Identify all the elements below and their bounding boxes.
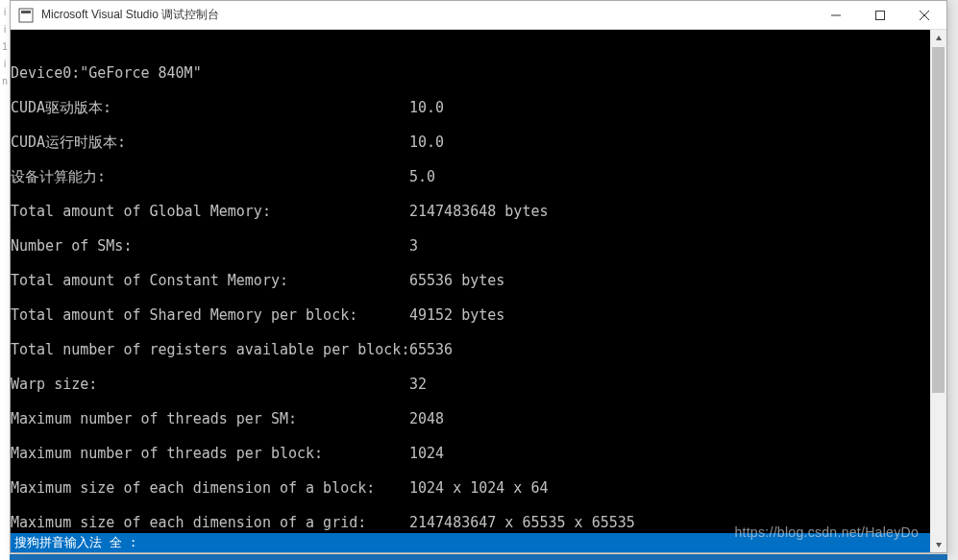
output-label: Total amount of Constant Memory:: [11, 272, 409, 289]
output-row: CUDA运行时版本:10.0: [11, 134, 930, 151]
scroll-down-button[interactable]: [930, 536, 946, 552]
watermark: https://blog.csdn.net/HaleyDo: [734, 523, 919, 541]
output-label: Warp size:: [11, 376, 409, 393]
output-label: Maximum size of each dimension of a bloc…: [11, 479, 409, 497]
close-button[interactable]: [902, 1, 946, 30]
output-row: Total amount of Constant Memory:65536 by…: [11, 272, 930, 289]
output-label: CUDA驱动版本:: [11, 99, 409, 116]
output-row: Total amount of Global Memory:2147483648…: [11, 203, 930, 220]
output-value: 49152 bytes: [409, 306, 504, 324]
output-value: 32: [409, 376, 427, 393]
console-output[interactable]: Device0:"GeForce 840M" CUDA驱动版本:10.0 CUD…: [11, 30, 930, 552]
svg-rect-1: [21, 11, 31, 13]
scroll-thumb[interactable]: [932, 47, 945, 393]
output-row: Maximum number of threads per SM:2048: [11, 410, 930, 427]
output-label: Total number of registers available per …: [11, 341, 409, 358]
output-value: 10.0: [409, 134, 444, 151]
output-row: Warp size:32: [11, 376, 930, 393]
window-title: Microsoft Visual Studio 调试控制台: [41, 7, 814, 23]
output-value: 5.0: [409, 168, 435, 185]
output-row: Maximum number of threads per block:1024: [11, 445, 930, 462]
output-value: 2147483648 bytes: [409, 203, 549, 220]
output-label: Maximum number of threads per SM:: [11, 410, 409, 427]
output-label: Total amount of Global Memory:: [11, 203, 409, 220]
console-window: Microsoft Visual Studio 调试控制台 Device0:"G…: [10, 0, 947, 553]
minimize-button[interactable]: [814, 1, 858, 30]
output-label: Number of SMs:: [11, 237, 409, 255]
output-value: 65536: [409, 341, 453, 358]
console-body: Device0:"GeForce 840M" CUDA驱动版本:10.0 CUD…: [11, 30, 946, 552]
scroll-up-button[interactable]: [930, 30, 946, 46]
output-value: 1024 x 1024 x 64: [409, 479, 549, 497]
output-value: 1024: [409, 445, 444, 462]
output-label: Maximum number of threads per block:: [11, 445, 409, 462]
svg-rect-3: [876, 11, 885, 19]
output-value: 2147483647 x 65535 x 65535: [409, 514, 635, 531]
maximize-button[interactable]: [858, 1, 902, 30]
output-row: Maximum size of each dimension of a bloc…: [11, 479, 930, 497]
window-controls: [814, 1, 946, 30]
output-row: Number of SMs:3: [11, 237, 930, 255]
vs-statusbar-strip: [10, 554, 947, 560]
output-value: 2048: [409, 410, 444, 427]
output-label: 设备计算能力:: [11, 168, 409, 185]
titlebar[interactable]: Microsoft Visual Studio 调试控制台: [11, 1, 946, 30]
output-label: CUDA运行时版本:: [11, 134, 409, 151]
output-label: Maximum size of each dimension of a grid…: [11, 514, 409, 531]
device-line: Device0:"GeForce 840M": [11, 64, 930, 82]
editor-gutter: ii1in: [0, 0, 10, 560]
output-row: Total amount of Shared Memory per block:…: [11, 306, 930, 324]
output-value: 10.0: [409, 99, 444, 116]
svg-marker-7: [936, 543, 942, 548]
output-row: CUDA驱动版本:10.0: [11, 99, 930, 116]
vertical-scrollbar[interactable]: [930, 30, 946, 552]
output-row: 设备计算能力:5.0: [11, 168, 930, 185]
svg-marker-6: [936, 36, 942, 40]
app-icon: [18, 8, 34, 23]
output-value: 65536 bytes: [409, 272, 504, 289]
output-value: 3: [409, 237, 418, 255]
output-row: Total number of registers available per …: [11, 341, 930, 358]
output-label: Total amount of Shared Memory per block:: [11, 306, 409, 324]
